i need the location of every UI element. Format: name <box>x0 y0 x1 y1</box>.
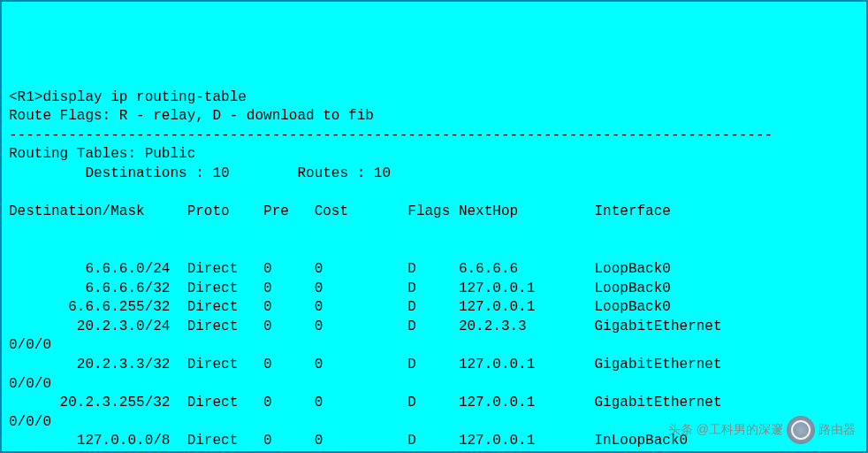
routing-table-body: 6.6.6.0/24 Direct 0 0 D 6.6.6.6 LoopBack… <box>9 261 722 453</box>
cli-prompt: <R1>display ip routing-table <box>9 89 247 105</box>
watermark-prefix: 头条 <box>668 422 693 438</box>
table-header: Destination/Mask Proto Pre Cost Flags Ne… <box>9 203 671 219</box>
divider: ----------------------------------------… <box>9 127 773 143</box>
watermark-author: @工科男的深邃 <box>697 422 783 438</box>
terminal-output: <R1>display ip routing-table Route Flags… <box>9 69 859 453</box>
toutiao-icon <box>787 416 815 444</box>
watermark-brand: 路由器 <box>819 422 856 438</box>
routing-tables-title: Routing Tables: Public <box>9 146 195 162</box>
routing-summary: Destinations : 10 Routes : 10 <box>9 165 391 181</box>
watermark: 头条 @工科男的深邃 路由器 <box>668 416 856 444</box>
route-flags-legend: Route Flags: R - relay, D - download to … <box>9 108 374 124</box>
